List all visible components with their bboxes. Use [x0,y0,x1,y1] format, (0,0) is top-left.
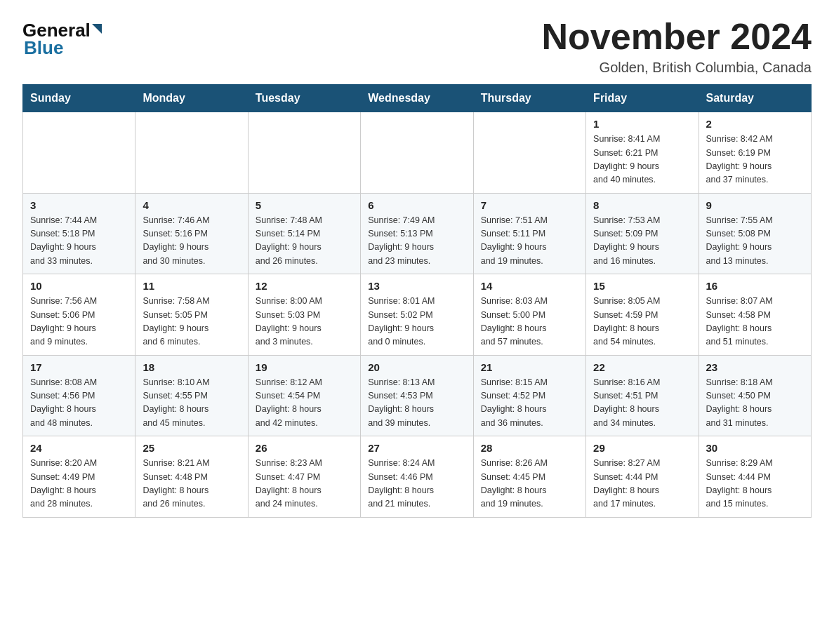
day-number: 14 [481,280,578,292]
day-number: 29 [593,442,691,454]
weekday-header-friday: Friday [586,85,699,112]
day-number: 12 [256,280,353,292]
calendar-location: Golden, British Columbia, Canada [542,60,812,76]
svg-marker-0 [92,24,102,34]
day-info: Sunrise: 8:41 AMSunset: 6:21 PMDaylight:… [593,133,691,187]
day-info: Sunrise: 8:42 AMSunset: 6:19 PMDaylight:… [706,133,804,187]
day-number: 28 [481,442,578,454]
weekday-header-wednesday: Wednesday [361,85,473,112]
calendar-cell: 28Sunrise: 8:26 AMSunset: 4:45 PMDayligh… [473,436,585,518]
day-number: 18 [143,361,240,373]
day-number: 27 [368,442,465,454]
weekday-header-thursday: Thursday [473,85,585,112]
weekday-header-monday: Monday [135,85,248,112]
day-info: Sunrise: 8:16 AMSunset: 4:51 PMDaylight:… [593,376,691,431]
day-info: Sunrise: 7:55 AMSunset: 5:08 PMDaylight:… [706,214,804,269]
calendar-cell: 21Sunrise: 8:15 AMSunset: 4:52 PMDayligh… [473,355,585,436]
calendar-cell: 7Sunrise: 7:51 AMSunset: 5:11 PMDaylight… [473,193,585,274]
day-number: 17 [30,361,128,373]
calendar-cell: 2Sunrise: 8:42 AMSunset: 6:19 PMDaylight… [699,112,811,194]
calendar-cell: 12Sunrise: 8:00 AMSunset: 5:03 PMDayligh… [248,274,360,356]
day-number: 10 [30,280,128,292]
calendar-cell: 10Sunrise: 7:56 AMSunset: 5:06 PMDayligh… [23,274,135,356]
day-number: 23 [706,361,804,373]
title-block: November 2024 Golden, British Columbia, … [542,17,812,76]
day-info: Sunrise: 8:24 AMSunset: 4:46 PMDaylight:… [368,457,465,511]
day-number: 21 [481,361,578,373]
day-number: 11 [143,280,240,292]
day-info: Sunrise: 8:23 AMSunset: 4:47 PMDaylight:… [256,457,353,511]
calendar-cell: 15Sunrise: 8:05 AMSunset: 4:59 PMDayligh… [586,274,699,356]
day-info: Sunrise: 8:10 AMSunset: 4:55 PMDaylight:… [143,376,240,431]
day-number: 5 [256,199,353,211]
day-info: Sunrise: 8:13 AMSunset: 4:53 PMDaylight:… [368,376,465,431]
calendar-cell: 4Sunrise: 7:46 AMSunset: 5:16 PMDaylight… [135,193,248,274]
calendar-cell: 20Sunrise: 8:13 AMSunset: 4:53 PMDayligh… [361,355,473,436]
calendar-week-row: 3Sunrise: 7:44 AMSunset: 5:18 PMDaylight… [23,193,812,274]
day-info: Sunrise: 7:48 AMSunset: 5:14 PMDaylight:… [256,214,353,269]
day-info: Sunrise: 7:46 AMSunset: 5:16 PMDaylight:… [143,214,240,269]
weekday-header-tuesday: Tuesday [248,85,360,112]
calendar-cell [361,112,473,194]
day-info: Sunrise: 8:00 AMSunset: 5:03 PMDaylight:… [256,295,353,349]
day-number: 8 [593,199,691,211]
calendar-cell: 17Sunrise: 8:08 AMSunset: 4:56 PMDayligh… [23,355,135,436]
calendar-week-row: 24Sunrise: 8:20 AMSunset: 4:49 PMDayligh… [23,436,812,518]
calendar-cell: 14Sunrise: 8:03 AMSunset: 5:00 PMDayligh… [473,274,585,356]
calendar-cell: 29Sunrise: 8:27 AMSunset: 4:44 PMDayligh… [586,436,699,518]
calendar-cell: 1Sunrise: 8:41 AMSunset: 6:21 PMDaylight… [586,112,699,194]
calendar-cell: 11Sunrise: 7:58 AMSunset: 5:05 PMDayligh… [135,274,248,356]
calendar-cell [135,112,248,194]
calendar-cell [23,112,135,194]
calendar-title: November 2024 [542,17,812,57]
calendar-cell: 25Sunrise: 8:21 AMSunset: 4:48 PMDayligh… [135,436,248,518]
day-info: Sunrise: 7:58 AMSunset: 5:05 PMDaylight:… [143,295,240,349]
day-number: 2 [706,118,804,130]
page-header: General Blue November 2024 Golden, Briti… [22,17,812,76]
calendar-cell: 27Sunrise: 8:24 AMSunset: 4:46 PMDayligh… [361,436,473,518]
day-info: Sunrise: 8:08 AMSunset: 4:56 PMDaylight:… [30,376,128,431]
day-info: Sunrise: 8:21 AMSunset: 4:48 PMDaylight:… [143,457,240,511]
day-number: 24 [30,442,128,454]
calendar-header: SundayMondayTuesdayWednesdayThursdayFrid… [23,85,812,112]
logo-chevron-icon [92,24,105,39]
day-number: 3 [30,199,128,211]
day-info: Sunrise: 8:15 AMSunset: 4:52 PMDaylight:… [481,376,578,431]
weekday-header-saturday: Saturday [699,85,811,112]
weekday-header-sunday: Sunday [23,85,135,112]
day-info: Sunrise: 8:27 AMSunset: 4:44 PMDaylight:… [593,457,691,511]
day-number: 26 [256,442,353,454]
calendar-cell: 5Sunrise: 7:48 AMSunset: 5:14 PMDaylight… [248,193,360,274]
calendar-cell: 6Sunrise: 7:49 AMSunset: 5:13 PMDaylight… [361,193,473,274]
day-info: Sunrise: 8:01 AMSunset: 5:02 PMDaylight:… [368,295,465,349]
day-info: Sunrise: 8:05 AMSunset: 4:59 PMDaylight:… [593,295,691,349]
calendar-body: 1Sunrise: 8:41 AMSunset: 6:21 PMDaylight… [23,112,812,518]
day-number: 15 [593,280,691,292]
calendar-cell: 18Sunrise: 8:10 AMSunset: 4:55 PMDayligh… [135,355,248,436]
calendar-cell: 30Sunrise: 8:29 AMSunset: 4:44 PMDayligh… [699,436,811,518]
day-number: 22 [593,361,691,373]
calendar-cell: 24Sunrise: 8:20 AMSunset: 4:49 PMDayligh… [23,436,135,518]
calendar-cell [248,112,360,194]
day-number: 16 [706,280,804,292]
day-number: 7 [481,199,578,211]
day-number: 9 [706,199,804,211]
day-info: Sunrise: 8:20 AMSunset: 4:49 PMDaylight:… [30,457,128,511]
calendar-cell: 23Sunrise: 8:18 AMSunset: 4:50 PMDayligh… [699,355,811,436]
calendar-cell: 8Sunrise: 7:53 AMSunset: 5:09 PMDaylight… [586,193,699,274]
calendar-cell: 19Sunrise: 8:12 AMSunset: 4:54 PMDayligh… [248,355,360,436]
day-info: Sunrise: 7:56 AMSunset: 5:06 PMDaylight:… [30,295,128,349]
calendar-cell: 9Sunrise: 7:55 AMSunset: 5:08 PMDaylight… [699,193,811,274]
day-info: Sunrise: 7:44 AMSunset: 5:18 PMDaylight:… [30,214,128,269]
day-info: Sunrise: 8:03 AMSunset: 5:00 PMDaylight:… [481,295,578,349]
calendar-cell: 13Sunrise: 8:01 AMSunset: 5:02 PMDayligh… [361,274,473,356]
calendar-table: SundayMondayTuesdayWednesdayThursdayFrid… [22,84,812,518]
calendar-cell: 26Sunrise: 8:23 AMSunset: 4:47 PMDayligh… [248,436,360,518]
calendar-cell: 3Sunrise: 7:44 AMSunset: 5:18 PMDaylight… [23,193,135,274]
day-info: Sunrise: 7:51 AMSunset: 5:11 PMDaylight:… [481,214,578,269]
calendar-cell [473,112,585,194]
day-info: Sunrise: 8:26 AMSunset: 4:45 PMDaylight:… [481,457,578,511]
day-number: 4 [143,199,240,211]
calendar-week-row: 17Sunrise: 8:08 AMSunset: 4:56 PMDayligh… [23,355,812,436]
logo-blue-text: Blue [24,37,63,59]
